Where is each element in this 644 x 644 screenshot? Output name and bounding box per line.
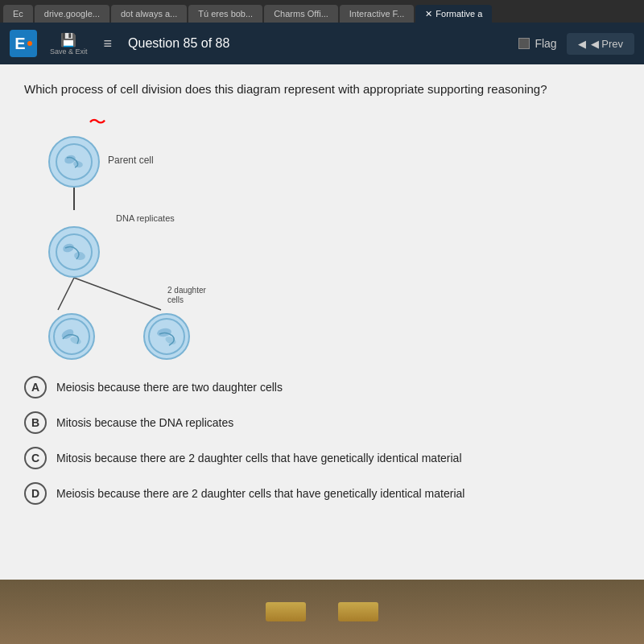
red-annotation: 〜 bbox=[89, 110, 620, 134]
browser-tabs: Ec drive.google... dot always a... Tú er… bbox=[0, 0, 644, 23]
svg-line-6 bbox=[58, 278, 74, 310]
tab-charms[interactable]: Charms Offi... bbox=[264, 5, 338, 23]
parent-cell bbox=[48, 136, 100, 188]
answer-letter-c: C bbox=[24, 447, 47, 469]
parent-cell-svg bbox=[54, 142, 94, 182]
svg-point-8 bbox=[54, 319, 89, 354]
daughter-cell-1 bbox=[48, 313, 95, 360]
answer-option-a[interactable]: A Meiosis because there are two daughter… bbox=[24, 376, 620, 398]
question-text: Which process of cell division does this… bbox=[24, 80, 620, 97]
replicated-cell-svg bbox=[54, 232, 94, 272]
flag-checkbox[interactable] bbox=[518, 38, 530, 49]
save-exit-button[interactable]: 💾 Save & Exit bbox=[50, 32, 88, 56]
tab-drive[interactable]: drive.google... bbox=[35, 5, 109, 23]
prev-button[interactable]: ◀ ◀ Prev bbox=[567, 33, 634, 55]
logo-wrap: E bbox=[10, 30, 37, 57]
parent-label-row: Parent cell bbox=[48, 136, 620, 188]
answer-option-b[interactable]: B Mitosis because the DNA replicates bbox=[24, 411, 620, 434]
hinge-right bbox=[338, 602, 378, 621]
prev-label: ◀ Prev bbox=[591, 38, 623, 50]
main-content: Which process of cell division does this… bbox=[0, 64, 644, 580]
e-logo: E bbox=[10, 30, 37, 57]
vertical-connector-1 bbox=[73, 188, 75, 210]
daughter-cell-2-svg bbox=[147, 316, 187, 357]
flag-label: Flag bbox=[535, 37, 556, 50]
answer-text-c: Mitosis because there are 2 daughter cel… bbox=[56, 452, 462, 464]
tab-dot[interactable]: dot always a... bbox=[111, 5, 187, 23]
prev-chevron-icon: ◀ bbox=[578, 38, 586, 50]
logo-dot bbox=[27, 41, 32, 46]
answers: A Meiosis because there are two daughter… bbox=[24, 376, 620, 505]
answer-letter-d: D bbox=[24, 482, 47, 505]
question-title: Question 85 of 88 bbox=[128, 36, 509, 51]
tab-tu[interactable]: Tú eres bob... bbox=[188, 5, 262, 23]
svg-point-11 bbox=[149, 319, 184, 354]
answer-option-c[interactable]: C Mitosis because there are 2 daughter c… bbox=[24, 447, 620, 469]
app-header: E 💾 Save & Exit ≡ Question 85 of 88 Flag… bbox=[0, 23, 644, 64]
daughter-cells-label: 2 daughtercells bbox=[167, 286, 206, 305]
daughter-cell-1-svg bbox=[52, 316, 92, 357]
svg-point-3 bbox=[56, 234, 92, 270]
daughter-cell-1-wrap bbox=[48, 313, 95, 360]
laptop-bottom bbox=[0, 580, 644, 644]
save-icon: 💾 bbox=[60, 32, 76, 47]
branching-lines: 2 daughtercells bbox=[48, 278, 225, 313]
tab-interactive[interactable]: Interactive F... bbox=[340, 5, 414, 23]
daughter-cells-section bbox=[48, 313, 620, 360]
daughter-cell-2 bbox=[143, 313, 190, 360]
answer-text-a: Meiosis because there are two daughter c… bbox=[56, 381, 283, 394]
second-cell-row bbox=[48, 226, 620, 278]
flag-area: Flag bbox=[518, 37, 556, 50]
svg-point-0 bbox=[56, 144, 92, 180]
tab-formative[interactable]: ✕ Formative a bbox=[415, 5, 492, 23]
answer-option-d[interactable]: D Meiosis because there are 2 daughter c… bbox=[24, 482, 620, 505]
dna-label-container: DNA replicates bbox=[109, 210, 620, 225]
tab-ec[interactable]: Ec bbox=[3, 5, 33, 23]
answer-text-d: Meiosis because there are 2 daughter cel… bbox=[56, 487, 464, 500]
svg-line-7 bbox=[74, 278, 161, 310]
answer-letter-a: A bbox=[24, 376, 47, 398]
answer-text-b: Mitosis because the DNA replicates bbox=[56, 416, 233, 429]
answer-letter-b: B bbox=[24, 411, 47, 434]
daughter-cell-2-wrap bbox=[143, 313, 190, 360]
replicated-cell bbox=[48, 226, 100, 278]
hinge-left bbox=[266, 602, 306, 621]
hamburger-menu[interactable]: ≡ bbox=[104, 35, 113, 52]
cell-diagram: 〜 Parent cell DNA replicates bbox=[48, 110, 620, 360]
parent-cell-label: Parent cell bbox=[108, 155, 154, 166]
dna-label: DNA replicates bbox=[116, 213, 175, 223]
